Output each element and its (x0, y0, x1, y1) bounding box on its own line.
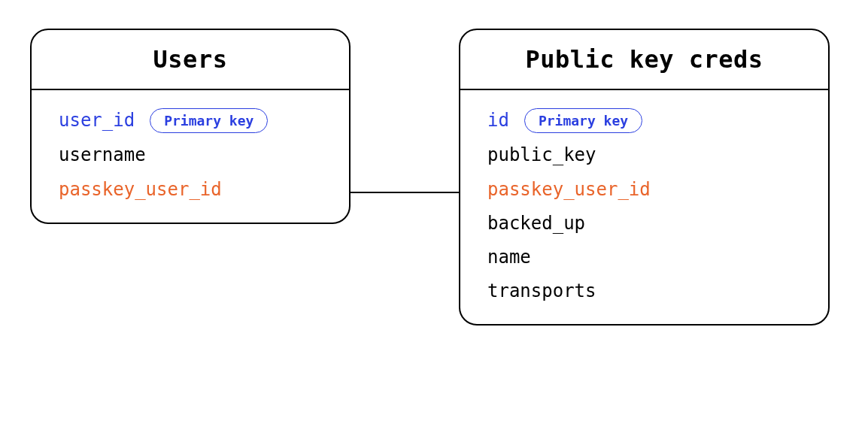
field-row: user_id Primary key (59, 108, 322, 133)
field-row: backed_up (487, 212, 801, 235)
field-row: id Primary key (487, 108, 801, 133)
field-name: username (59, 144, 146, 167)
entity-users: Users user_id Primary key username passk… (30, 29, 351, 224)
entity-body: id Primary key public_key passkey_user_i… (460, 90, 828, 324)
entity-creds: Public key creds id Primary key public_k… (459, 29, 830, 326)
field-name: backed_up (487, 212, 585, 235)
field-row: passkey_user_id (59, 178, 322, 201)
entity-title: Public key creds (483, 45, 806, 74)
field-row: passkey_user_id (487, 178, 801, 201)
entity-title: Users (54, 45, 326, 74)
field-name: user_id (59, 109, 135, 132)
field-row: transports (487, 280, 801, 303)
entity-header: Public key creds (460, 30, 828, 90)
primary-key-badge: Primary key (524, 108, 642, 133)
field-row: name (487, 246, 801, 269)
field-name: transports (487, 280, 596, 303)
field-name: id (487, 109, 509, 132)
field-row: username (59, 144, 322, 167)
relation-connector (351, 192, 459, 193)
field-name: passkey_user_id (487, 178, 651, 201)
primary-key-badge: Primary key (150, 108, 268, 133)
field-name: public_key (487, 144, 596, 167)
field-name: name (487, 246, 531, 269)
field-row: public_key (487, 144, 801, 167)
entity-header: Users (32, 30, 349, 90)
field-name: passkey_user_id (59, 178, 222, 201)
entity-body: user_id Primary key username passkey_use… (32, 90, 349, 223)
